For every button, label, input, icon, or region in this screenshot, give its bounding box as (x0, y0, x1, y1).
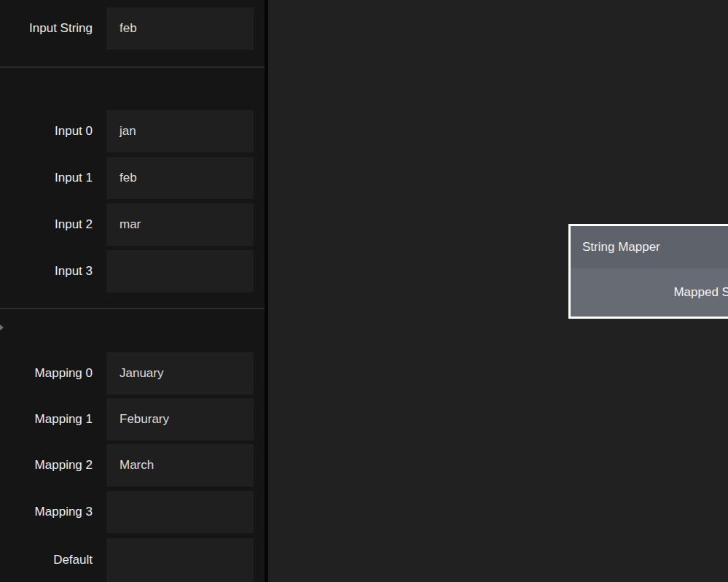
string-mapper-header[interactable]: String Mapper (571, 226, 728, 268)
param-field-input-3[interactable] (106, 250, 254, 292)
param-label-input-string: Input String (0, 7, 93, 50)
mapped-string-output-label: Mapped String (673, 285, 728, 300)
param-label-mapping-0: Mapping 0 (0, 352, 93, 395)
param-row-input-string: Input String feb (0, 7, 265, 50)
param-label-input-2: Input 2 (0, 203, 93, 246)
param-row-input-2: Input 2 mar (0, 203, 265, 246)
param-field-mapping-3[interactable] (106, 491, 254, 533)
param-label-mapping-1: Mapping 1 (0, 398, 93, 441)
param-label-mapping-2: Mapping 2 (0, 444, 93, 486)
param-label-input-1: Input 1 (0, 157, 93, 199)
node-string-mapper[interactable]: String Mapper Mapped String (568, 224, 728, 319)
param-field-mapping-0[interactable]: January (106, 352, 254, 395)
param-field-input-1[interactable]: feb (106, 157, 254, 199)
param-label-mapping-3: Mapping 3 (0, 491, 93, 533)
param-field-input-2[interactable]: mar (106, 203, 254, 246)
string-mapper-title: String Mapper (582, 240, 660, 255)
param-field-default[interactable] (106, 538, 254, 582)
param-field-input-0[interactable]: jan (106, 110, 254, 152)
param-field-mapping-2[interactable]: March (106, 444, 254, 486)
param-label-input-3: Input 3 (0, 250, 93, 292)
parameter-panel: Input String feb Input 0 jan Input 1 feb… (0, 0, 265, 582)
separator (0, 308, 265, 309)
param-row-mapping-1: Mapping 1 Feburary (0, 398, 265, 441)
param-label-default: Default (0, 538, 93, 582)
param-row-input-3: Input 3 (0, 250, 265, 292)
param-row-default: Default (0, 538, 265, 582)
node-graph-canvas[interactable]: Group Text Text String Mapper Mapped Str… (268, 0, 728, 582)
param-row-input-0: Input 0 jan (0, 110, 265, 152)
param-field-mapping-1[interactable]: Feburary (106, 398, 254, 441)
param-row-input-1: Input 1 feb (0, 157, 265, 199)
param-row-mapping-3: Mapping 3 (0, 491, 265, 533)
string-mapper-output-row: Mapped String (571, 268, 728, 317)
collapse-arrow-icon[interactable] (0, 325, 4, 330)
param-field-input-string[interactable]: feb (106, 7, 254, 50)
separator (0, 66, 265, 68)
param-row-mapping-0: Mapping 0 January (0, 352, 265, 395)
param-row-mapping-2: Mapping 2 March (0, 444, 265, 486)
param-label-input-0: Input 0 (0, 110, 93, 152)
